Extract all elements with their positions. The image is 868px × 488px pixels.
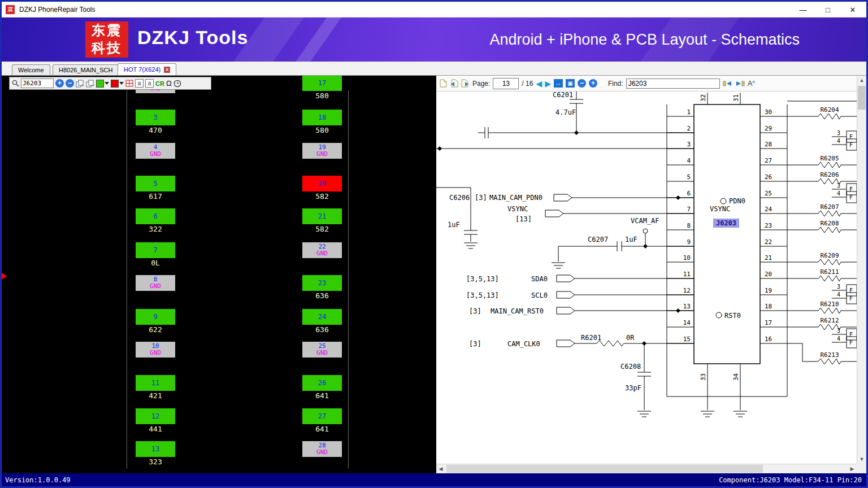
resistor-symbol bbox=[818, 211, 841, 216]
schematic-label: PDN0 bbox=[729, 197, 745, 205]
ohm-toggle[interactable]: Ω bbox=[166, 79, 172, 88]
fill-color-picker[interactable] bbox=[96, 80, 109, 88]
ic-pin-number: 22 bbox=[765, 238, 772, 246]
ic-pin-number: 15 bbox=[683, 336, 691, 343]
resistor-label: R6208 bbox=[820, 220, 839, 227]
pin-box-22[interactable]: 22GND bbox=[302, 242, 342, 258]
next-page-button[interactable]: ▶ bbox=[545, 80, 551, 88]
chevron-down-icon bbox=[105, 82, 109, 85]
pin-box-9[interactable]: 9 bbox=[136, 309, 175, 325]
schematic-panel: Page: / 16 ◀ ▶ ↔ ▣ − + Find: Aa bbox=[436, 76, 866, 473]
tab-main-sch[interactable]: H8026_MAIN_SCH bbox=[53, 64, 119, 75]
schematic-label: SCL0 bbox=[531, 291, 548, 299]
page-total: / 16 bbox=[522, 80, 533, 88]
pin-box-4[interactable]: 4GND bbox=[136, 143, 175, 159]
horizontal-scroll-thumb[interactable] bbox=[446, 465, 763, 473]
pin-measure-value: 641 bbox=[302, 425, 342, 435]
ic-pin-number: 33 bbox=[700, 373, 707, 381]
pin-box-8[interactable]: 8GND bbox=[136, 275, 175, 291]
next-sheet-icon[interactable] bbox=[461, 79, 470, 88]
fit-width-icon[interactable]: ↔ bbox=[554, 79, 563, 88]
tab-hot7[interactable]: HOT 7(X624) ✕ bbox=[118, 63, 176, 75]
ic-pin-number: 28 bbox=[765, 141, 772, 148]
schematic-wires bbox=[436, 91, 857, 410]
zoom-in-button[interactable]: + bbox=[55, 79, 64, 88]
tab-bar: Welcome H8026_MAIN_SCH HOT 7(X624) ✕ bbox=[2, 62, 866, 76]
connector-ref: F bbox=[849, 142, 853, 148]
highlight-color-picker[interactable] bbox=[111, 80, 124, 88]
pin-measure-value: 0L bbox=[136, 259, 175, 269]
schematic-label: VCAM_AF bbox=[631, 217, 659, 225]
schematic-label: [3] bbox=[475, 194, 487, 202]
grid-icon[interactable] bbox=[125, 80, 133, 87]
zoom-out-button[interactable]: − bbox=[66, 79, 74, 88]
cr-toggle[interactable]: CR bbox=[155, 80, 164, 87]
resistor-symbol bbox=[818, 276, 841, 281]
ic-pin-number: 23 bbox=[765, 222, 772, 229]
prev-sheet-icon[interactable] bbox=[450, 79, 458, 88]
pin-box-10[interactable]: 10GND bbox=[136, 342, 175, 358]
maximize-button[interactable]: □ bbox=[815, 2, 840, 18]
ic-pin-number: 19 bbox=[765, 287, 772, 294]
label-a-icon[interactable]: a bbox=[135, 79, 144, 88]
pin-box-7[interactable]: 7 bbox=[136, 242, 175, 258]
pin-search-input[interactable] bbox=[21, 79, 54, 88]
page-zoom-out-button[interactable]: − bbox=[578, 79, 586, 88]
scroll-down-icon[interactable]: ▼ bbox=[857, 455, 866, 464]
pin-box-24[interactable]: 24 bbox=[302, 309, 342, 325]
pin-box-11[interactable]: 11 bbox=[136, 375, 175, 391]
pin-box-3[interactable]: 3 bbox=[136, 110, 175, 125]
ic-outline[interactable] bbox=[694, 104, 760, 364]
vertical-scrollbar[interactable]: ▲ ▼ bbox=[857, 76, 866, 464]
close-button[interactable]: ✕ bbox=[840, 2, 865, 18]
window-remove-icon[interactable]: − bbox=[86, 80, 94, 88]
resistor-symbol bbox=[818, 114, 841, 119]
pin-box-18[interactable]: 18 bbox=[302, 110, 342, 125]
pin-box-12[interactable]: 12 bbox=[136, 408, 175, 424]
find-prev-icon[interactable] bbox=[723, 80, 732, 87]
pin-box-25[interactable]: 25GND bbox=[302, 342, 342, 358]
schematic-canvas[interactable]: 1302293284275266257248239221021112012191… bbox=[436, 91, 857, 464]
pin-measure-value: 421 bbox=[136, 391, 175, 402]
pin-measure-value: 580 bbox=[302, 126, 342, 136]
rst0-pin-circle bbox=[716, 312, 722, 318]
scroll-up-icon[interactable]: ▲ bbox=[857, 76, 866, 85]
scroll-left-icon[interactable]: ◀ bbox=[436, 464, 445, 473]
pin-box-21[interactable]: 21 bbox=[302, 208, 342, 224]
pin-box-27[interactable]: 27 bbox=[302, 408, 342, 424]
font-size-icon[interactable]: Aa bbox=[748, 79, 755, 88]
pin-measure-value: 636 bbox=[302, 291, 342, 302]
resistor-symbol bbox=[818, 259, 841, 265]
pin-box-23[interactable]: 23 bbox=[302, 275, 342, 291]
brand-title: DZKJ Tools bbox=[137, 27, 248, 49]
resistor-label: R6211 bbox=[820, 268, 839, 276]
tab-close-icon[interactable]: ✕ bbox=[164, 67, 170, 73]
fit-page-icon[interactable]: ▣ bbox=[566, 79, 575, 88]
find-next-icon[interactable] bbox=[735, 80, 745, 87]
horizontal-scrollbar[interactable]: ◀ ▶ bbox=[436, 464, 857, 473]
pin-box-13[interactable]: 13 bbox=[136, 441, 175, 457]
scroll-right-icon[interactable]: ▶ bbox=[848, 464, 857, 473]
find-input[interactable] bbox=[626, 79, 720, 89]
prev-page-button[interactable]: ◀ bbox=[536, 80, 542, 88]
pin-box-19[interactable]: 19GND bbox=[302, 143, 342, 159]
pin-box-20[interactable]: 20 bbox=[302, 176, 342, 191]
tab-welcome[interactable]: Welcome bbox=[12, 64, 50, 75]
pin-box-17[interactable]: 17 bbox=[302, 76, 342, 91]
resistor-symbol bbox=[818, 359, 841, 364]
schematic-label: VSYNC bbox=[507, 205, 528, 213]
page-number-input[interactable] bbox=[493, 78, 519, 89]
clock-icon[interactable] bbox=[173, 80, 181, 88]
window-add-icon[interactable]: + bbox=[76, 80, 84, 88]
label-a2-icon[interactable]: a bbox=[145, 79, 154, 88]
pin-box-26[interactable]: 26 bbox=[302, 375, 342, 391]
ic-pin-number: 17 bbox=[765, 319, 772, 326]
vertical-scroll-thumb[interactable] bbox=[858, 86, 866, 110]
pin-box-5[interactable]: 5 bbox=[136, 176, 175, 191]
pin-box-6[interactable]: 6 bbox=[136, 208, 175, 224]
minimize-button[interactable]: — bbox=[791, 2, 815, 18]
page-zoom-in-button[interactable]: + bbox=[589, 79, 597, 88]
export-page-icon[interactable] bbox=[440, 79, 447, 88]
pin-box-28[interactable]: 28GND bbox=[302, 441, 342, 457]
window-title: DZKJ PhoneRepair Tools bbox=[19, 6, 96, 14]
